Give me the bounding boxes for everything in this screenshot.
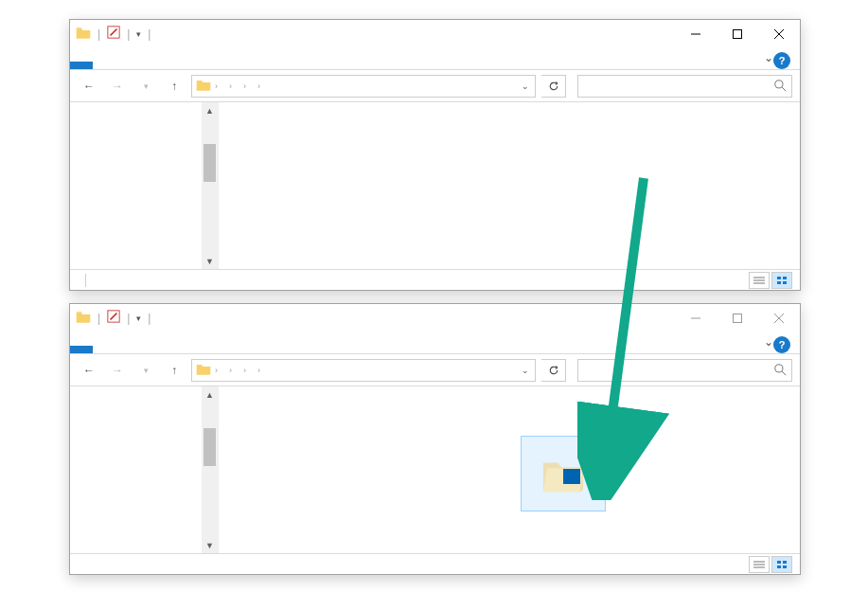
scroll-down-icon[interactable]: ▼ (202, 537, 218, 553)
view-icons-button[interactable] (771, 556, 792, 573)
ribbon-tabs: ⌄ ? (70, 332, 800, 354)
svg-rect-27 (783, 565, 787, 568)
navigation-pane: ▲ ▼ (70, 102, 219, 269)
chevron-right-icon[interactable]: › (257, 366, 260, 375)
forward-button[interactable]: → (106, 75, 129, 98)
qat-separator: | (148, 27, 151, 41)
tab-start[interactable] (93, 62, 115, 69)
explorer-icon (76, 310, 91, 326)
help-icon[interactable]: ? (773, 336, 790, 353)
scroll-down-icon[interactable]: ▼ (202, 253, 218, 269)
svg-rect-24 (777, 561, 781, 564)
maximize-button[interactable] (717, 304, 758, 332)
qat-separator: | (97, 27, 100, 41)
view-details-button[interactable] (749, 556, 770, 573)
recent-dropdown[interactable]: ▾ (134, 359, 157, 382)
qat-properties-icon[interactable] (107, 26, 120, 42)
close-button[interactable] (758, 304, 800, 332)
svg-rect-12 (777, 281, 781, 284)
titlebar[interactable]: | | ▾ | (70, 304, 800, 332)
ribbon-expand-icon[interactable]: ⌄ (764, 51, 773, 64)
qat-separator: | (148, 312, 151, 325)
addr-history-dropdown[interactable]: ⌄ (516, 366, 535, 375)
content-area[interactable] (219, 386, 800, 553)
chevron-right-icon[interactable]: › (257, 81, 260, 91)
close-button[interactable] (758, 20, 800, 47)
view-details-button[interactable] (749, 272, 770, 289)
content-area[interactable] (219, 102, 800, 269)
search-icon[interactable] (769, 364, 791, 376)
svg-line-6 (782, 87, 786, 91)
maximize-button[interactable] (717, 20, 758, 47)
view-icons-button[interactable] (771, 272, 792, 289)
scroll-up-icon[interactable]: ▲ (202, 102, 218, 118)
svg-rect-25 (783, 561, 787, 564)
up-button[interactable]: ↑ (163, 359, 186, 382)
navigation-pane: ▲ ▼ (70, 386, 219, 553)
svg-rect-26 (777, 565, 781, 568)
scroll-thumb[interactable] (204, 144, 216, 182)
status-bar (70, 269, 800, 290)
qat-separator: | (127, 312, 130, 325)
titlebar[interactable]: | | ▾ | (70, 20, 800, 47)
tab-file[interactable] (70, 346, 93, 353)
tab-share[interactable] (115, 346, 138, 353)
status-bar (70, 553, 800, 574)
search-input[interactable] (578, 364, 769, 377)
tab-view[interactable] (138, 62, 161, 69)
tab-share[interactable] (115, 62, 138, 69)
scrollbar[interactable]: ▲ ▼ (202, 386, 218, 553)
addr-folder-icon (192, 362, 215, 378)
chevron-right-icon[interactable]: › (215, 81, 218, 91)
search-icon[interactable] (769, 80, 791, 92)
back-button[interactable]: ← (78, 359, 100, 382)
drag-count-badge (563, 469, 580, 484)
addr-history-dropdown[interactable]: ⌄ (516, 81, 535, 91)
address-bar[interactable]: › › › › ⌄ (191, 75, 536, 98)
chevron-right-icon[interactable]: › (243, 366, 246, 375)
search-box[interactable] (577, 75, 792, 98)
chevron-right-icon[interactable]: › (215, 366, 218, 375)
svg-line-20 (782, 371, 786, 375)
address-bar-row: ← → ▾ ↑ › › › › ⌄ (70, 354, 800, 386)
svg-point-5 (774, 81, 782, 88)
chevron-right-icon[interactable]: › (229, 81, 232, 91)
explorer-icon (76, 26, 91, 42)
qat-dropdown-icon[interactable]: ▾ (136, 29, 141, 39)
scroll-thumb[interactable] (204, 428, 216, 466)
address-bar[interactable]: › › › › ⌄ (191, 359, 536, 382)
qat-separator: | (97, 312, 100, 325)
search-box[interactable] (577, 359, 792, 382)
addr-folder-icon (192, 78, 215, 94)
chevron-right-icon[interactable]: › (243, 81, 246, 91)
scroll-up-icon[interactable]: ▲ (202, 386, 218, 403)
drag-ghost-folder (521, 436, 606, 511)
search-input[interactable] (578, 80, 769, 93)
refresh-button[interactable] (541, 359, 566, 382)
explorer-window-2: | | ▾ | ⌄ ? ← → ▾ ↑ › › › (69, 303, 801, 575)
address-bar-row: ← → ▾ ↑ › › › › ⌄ (70, 70, 800, 102)
qat-properties-icon[interactable] (107, 310, 120, 326)
tab-start[interactable] (93, 346, 115, 353)
recent-dropdown[interactable]: ▾ (134, 75, 157, 98)
back-button[interactable]: ← (78, 75, 100, 98)
refresh-button[interactable] (541, 75, 566, 98)
svg-rect-13 (783, 281, 787, 284)
svg-rect-2 (734, 29, 742, 38)
scrollbar[interactable]: ▲ ▼ (202, 102, 218, 269)
qat-dropdown-icon[interactable]: ▾ (136, 314, 141, 323)
svg-rect-10 (777, 277, 781, 279)
tab-view[interactable] (138, 346, 161, 353)
svg-rect-16 (734, 314, 742, 322)
ribbon-expand-icon[interactable]: ⌄ (764, 335, 773, 349)
tab-file[interactable] (70, 62, 93, 69)
forward-button[interactable]: → (106, 359, 129, 382)
chevron-right-icon[interactable]: › (229, 366, 232, 375)
qat-separator: | (127, 27, 130, 41)
ribbon-tabs: ⌄ ? (70, 47, 800, 70)
minimize-button[interactable] (675, 304, 717, 332)
svg-point-19 (774, 365, 782, 372)
up-button[interactable]: ↑ (163, 75, 186, 98)
help-icon[interactable]: ? (773, 52, 790, 69)
minimize-button[interactable] (675, 20, 717, 47)
